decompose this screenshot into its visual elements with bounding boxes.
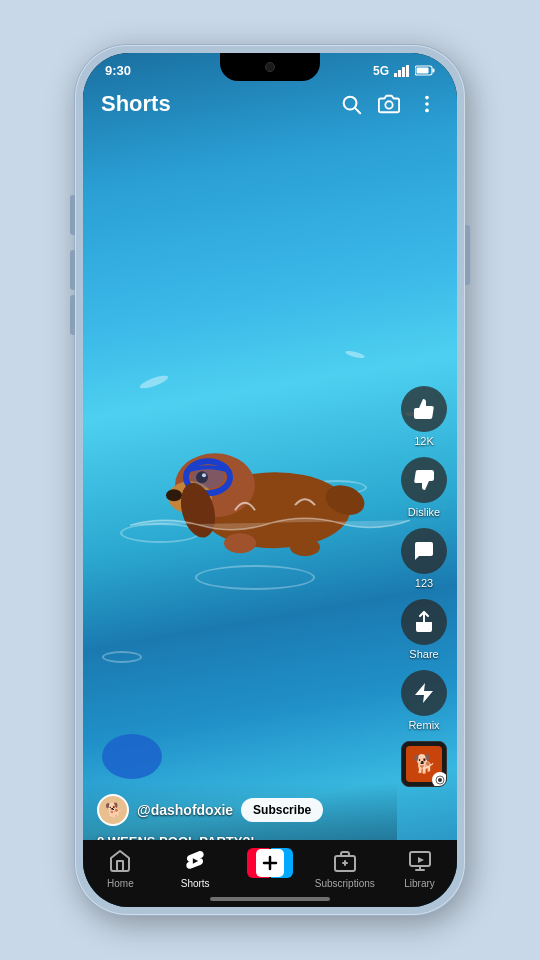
share-icon-circle: [401, 599, 447, 645]
subscribe-button[interactable]: Subscribe: [241, 798, 323, 822]
front-camera: [265, 62, 275, 72]
home-label: Home: [107, 878, 134, 889]
like-icon-circle: [401, 386, 447, 432]
like-button[interactable]: 12K: [401, 386, 447, 447]
comments-icon-circle: [401, 528, 447, 574]
comments-button[interactable]: 123: [401, 528, 447, 589]
page-title: Shorts: [101, 91, 171, 117]
search-button[interactable]: [339, 92, 363, 116]
music-thumbnail: 🐕: [401, 741, 447, 787]
svg-point-9: [385, 101, 392, 108]
share-button[interactable]: Share: [401, 599, 447, 660]
channel-name: @dashofdoxie: [137, 802, 233, 818]
svg-point-12: [425, 109, 429, 113]
svg-point-28: [438, 778, 442, 782]
subscriptions-icon: [332, 848, 358, 874]
more-options-button[interactable]: [415, 92, 439, 116]
top-bar-icons: [339, 92, 439, 116]
water-ripple: [102, 651, 142, 663]
shorts-label: Shorts: [181, 878, 210, 889]
music-thumb-button[interactable]: 🐕: [401, 741, 447, 787]
nav-library[interactable]: Library: [390, 848, 450, 889]
camera-button[interactable]: [377, 92, 401, 116]
dislike-label: Dislike: [408, 506, 440, 518]
nav-shorts[interactable]: Shorts: [165, 848, 225, 889]
comment-count: 123: [415, 577, 433, 589]
music-thumb-badge: [432, 772, 447, 787]
dislike-icon-circle: [401, 457, 447, 503]
nav-create[interactable]: [240, 848, 300, 878]
shorts-icon: [182, 848, 208, 874]
home-indicator: [210, 897, 330, 901]
svg-point-10: [425, 96, 429, 100]
channel-avatar: 🐕: [97, 794, 129, 826]
dislike-button[interactable]: Dislike: [401, 457, 447, 518]
home-icon: [107, 848, 133, 874]
notch: [220, 53, 320, 81]
like-count: 12K: [414, 435, 434, 447]
share-label: Share: [409, 648, 438, 660]
svg-line-8: [355, 108, 360, 113]
phone-screen: 9:30 5G Shorts: [83, 53, 457, 907]
library-icon: [407, 848, 433, 874]
svg-point-11: [425, 102, 429, 106]
svg-point-23: [290, 538, 320, 556]
library-label: Library: [404, 878, 435, 889]
svg-point-16: [166, 489, 182, 501]
video-area[interactable]: 12K Dislike: [83, 53, 457, 907]
action-buttons: 12K Dislike: [401, 386, 447, 787]
remix-icon-circle: [401, 670, 447, 716]
svg-marker-37: [418, 857, 424, 863]
plus-icon: [262, 855, 278, 871]
svg-point-22: [224, 533, 256, 553]
svg-marker-26: [415, 683, 433, 703]
nav-subscriptions[interactable]: Subscriptions: [315, 848, 375, 889]
remix-button[interactable]: Remix: [401, 670, 447, 731]
remix-label: Remix: [408, 719, 439, 731]
subscriptions-label: Subscriptions: [315, 878, 375, 889]
pool-toy: [102, 734, 162, 779]
dog-illustration: [130, 355, 410, 595]
channel-row: 🐕 @dashofdoxie Subscribe: [97, 794, 383, 826]
video-background: 12K Dislike: [83, 53, 457, 907]
phone-frame: 9:30 5G Shorts: [75, 45, 465, 915]
nav-home[interactable]: Home: [90, 848, 150, 889]
